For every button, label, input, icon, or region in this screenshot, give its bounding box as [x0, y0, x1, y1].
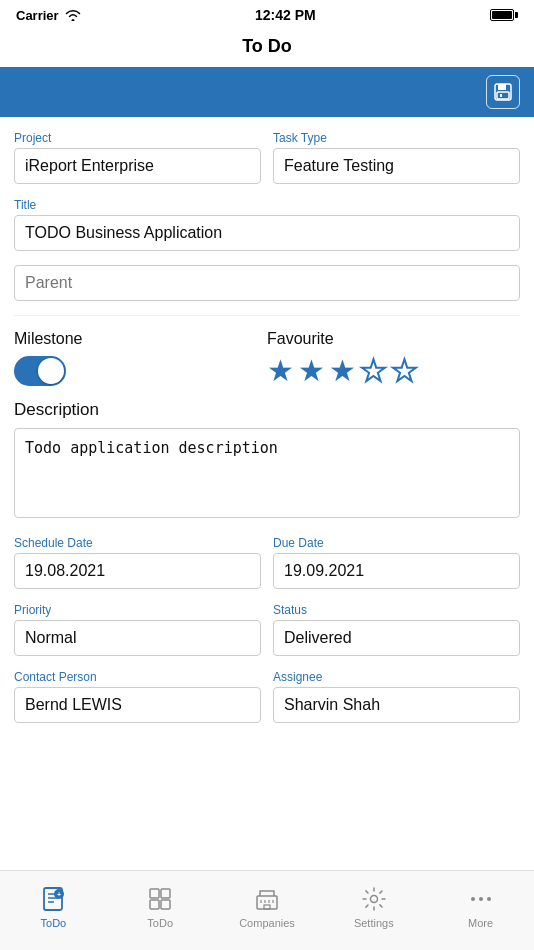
- favourite-label: Favourite: [267, 330, 520, 348]
- description-section: Description Todo application description: [14, 400, 520, 522]
- svg-point-22: [479, 897, 483, 901]
- assignee-input[interactable]: [273, 687, 520, 723]
- contact-assignee-row: Contact Person Assignee: [14, 670, 520, 723]
- nav-item-companies[interactable]: Companies: [214, 871, 321, 950]
- nav-label-settings: Settings: [354, 917, 394, 929]
- svg-rect-14: [257, 896, 277, 909]
- star-2[interactable]: ★: [298, 356, 325, 386]
- assignee-label: Assignee: [273, 670, 520, 684]
- save-button[interactable]: [486, 75, 520, 109]
- svg-point-21: [471, 897, 475, 901]
- status-time: 12:42 PM: [255, 7, 316, 23]
- nav-label-companies: Companies: [239, 917, 295, 929]
- battery-area: [490, 9, 518, 21]
- svg-rect-2: [497, 92, 509, 99]
- task-type-label: Task Type: [273, 131, 520, 145]
- description-textarea[interactable]: Todo application description: [14, 428, 520, 518]
- milestone-toggle-wrap: [14, 356, 267, 386]
- star-5[interactable]: ★: [391, 356, 418, 386]
- contact-person-input[interactable]: [14, 687, 261, 723]
- page-title: To Do: [0, 30, 534, 67]
- battery-icon: [490, 9, 518, 21]
- nav-label-todo: ToDo: [147, 917, 173, 929]
- due-date-field: Due Date: [273, 536, 520, 589]
- status-input[interactable]: [273, 620, 520, 656]
- nav-item-todo[interactable]: ToDo: [107, 871, 214, 950]
- svg-rect-12: [150, 900, 159, 909]
- bottom-nav: + ToDo ToDo: [0, 870, 534, 950]
- title-label: Title: [14, 198, 520, 212]
- status-label: Status: [273, 603, 520, 617]
- task-type-field: Task Type: [273, 131, 520, 184]
- parent-input[interactable]: [14, 265, 520, 301]
- companies-icon: [253, 885, 281, 913]
- status-bar: Carrier 12:42 PM: [0, 0, 534, 30]
- parent-field: [14, 265, 520, 301]
- due-date-label: Due Date: [273, 536, 520, 550]
- svg-rect-10: [150, 889, 159, 898]
- svg-point-20: [370, 895, 377, 902]
- toggle-thumb: [38, 358, 64, 384]
- svg-rect-13: [161, 900, 170, 909]
- contact-person-field: Contact Person: [14, 670, 261, 723]
- task-type-input[interactable]: [273, 148, 520, 184]
- todo-active-icon: +: [39, 885, 67, 913]
- milestone-toggle[interactable]: [14, 356, 66, 386]
- priority-input[interactable]: [14, 620, 261, 656]
- priority-field: Priority: [14, 603, 261, 656]
- star-3[interactable]: ★: [329, 356, 356, 386]
- favourite-section: Favourite ★ ★ ★ ★ ★: [267, 330, 520, 386]
- nav-item-more[interactable]: More: [427, 871, 534, 950]
- schedule-date-input[interactable]: [14, 553, 261, 589]
- carrier-wifi: Carrier: [16, 8, 81, 23]
- nav-item-settings[interactable]: Settings: [320, 871, 427, 950]
- todo-icon: [146, 885, 174, 913]
- settings-icon: [360, 885, 388, 913]
- save-icon: [493, 82, 513, 102]
- form-area: Project Task Type Title Milestone Favour…: [0, 117, 534, 723]
- title-field: Title: [14, 198, 520, 251]
- milestone-section: Milestone: [14, 330, 267, 386]
- project-tasktype-row: Project Task Type: [14, 131, 520, 184]
- star-1[interactable]: ★: [267, 356, 294, 386]
- nav-item-todo-active[interactable]: + ToDo: [0, 871, 107, 950]
- project-field: Project: [14, 131, 261, 184]
- svg-rect-19: [264, 905, 270, 909]
- due-date-input[interactable]: [273, 553, 520, 589]
- more-icon: [467, 885, 495, 913]
- nav-label-more: More: [468, 917, 493, 929]
- svg-rect-1: [498, 84, 506, 90]
- description-label: Description: [14, 400, 520, 420]
- schedule-date-field: Schedule Date: [14, 536, 261, 589]
- dates-row: Schedule Date Due Date: [14, 536, 520, 589]
- assignee-field: Assignee: [273, 670, 520, 723]
- svg-point-23: [487, 897, 491, 901]
- status-field: Status: [273, 603, 520, 656]
- title-input[interactable]: [14, 215, 520, 251]
- milestone-fav-row: Milestone Favourite ★ ★ ★ ★ ★: [14, 330, 520, 386]
- project-input[interactable]: [14, 148, 261, 184]
- svg-rect-11: [161, 889, 170, 898]
- stars-row: ★ ★ ★ ★ ★: [267, 356, 520, 386]
- priority-status-row: Priority Status: [14, 603, 520, 656]
- svg-text:+: +: [57, 891, 61, 898]
- blue-header-bar: [0, 67, 534, 117]
- priority-label: Priority: [14, 603, 261, 617]
- star-4[interactable]: ★: [360, 356, 387, 386]
- nav-label-todo-active: ToDo: [41, 917, 67, 929]
- schedule-date-label: Schedule Date: [14, 536, 261, 550]
- milestone-label: Milestone: [14, 330, 267, 348]
- carrier-text: Carrier: [16, 8, 59, 23]
- wifi-icon: [65, 9, 81, 21]
- contact-person-label: Contact Person: [14, 670, 261, 684]
- project-label: Project: [14, 131, 261, 145]
- svg-rect-3: [500, 94, 502, 97]
